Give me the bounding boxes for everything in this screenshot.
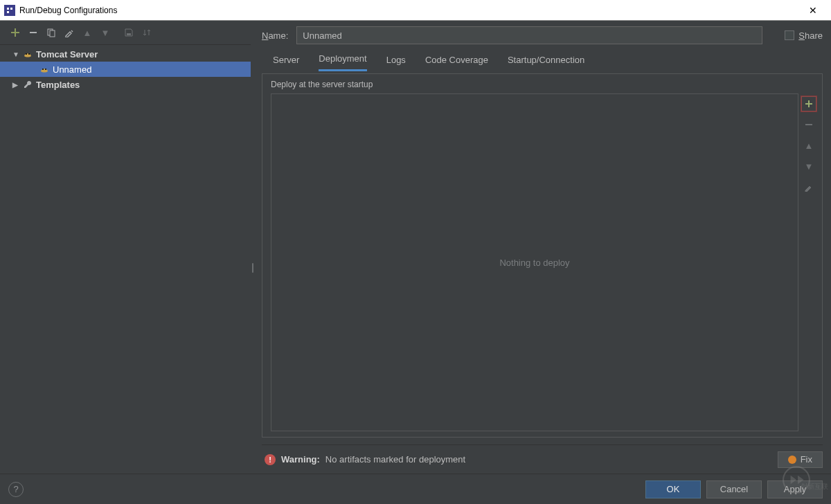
copy-config-button[interactable] — [43, 24, 60, 41]
tab-code-coverage[interactable]: Code Coverage — [425, 55, 488, 71]
warning-bar: ! Warning: No artifacts marked for deplo… — [262, 444, 823, 474]
remove-config-button[interactable] — [25, 24, 42, 41]
deploy-down-button[interactable]: ▼ — [801, 159, 816, 174]
deploy-edit-button[interactable] — [801, 179, 816, 195]
tab-deployment[interactable]: Deployment — [319, 53, 366, 71]
splitter[interactable] — [251, 21, 255, 474]
tab-server[interactable]: Server — [273, 55, 299, 71]
fix-button[interactable]: Fix — [778, 451, 823, 468]
cancel-button[interactable]: Cancel — [706, 480, 762, 498]
deploy-up-button[interactable]: ▲ — [801, 138, 816, 153]
warning-icon: ! — [265, 454, 276, 465]
share-checkbox[interactable] — [785, 30, 794, 40]
tree-item-label: Unnamed — [53, 64, 91, 75]
app-icon — [4, 5, 15, 16]
tomcat-icon — [39, 64, 50, 75]
deploy-remove-button[interactable] — [801, 117, 816, 132]
title-bar: Run/Debug Configurations ✕ — [0, 0, 831, 21]
move-up-button[interactable]: ▲ — [79, 24, 96, 41]
tree-group-templates[interactable]: ▶ Templates — [0, 77, 251, 92]
sort-button[interactable] — [138, 24, 155, 41]
bulb-icon — [788, 456, 796, 464]
help-button[interactable]: ? — [8, 482, 24, 497]
svg-point-7 — [45, 69, 46, 70]
save-config-button[interactable] — [120, 24, 137, 41]
tab-startup-connection[interactable]: Startup/Connection — [508, 55, 584, 71]
apply-button[interactable]: Apply — [767, 480, 823, 498]
close-button[interactable]: ✕ — [799, 5, 827, 16]
ok-button[interactable]: OK — [645, 480, 701, 498]
svg-rect-0 — [6, 6, 14, 15]
edit-defaults-button[interactable] — [61, 24, 78, 41]
deploy-heading: Deploy at the server startup — [271, 80, 818, 89]
dialog-button-bar: ? OK Cancel Apply — [0, 474, 831, 504]
warning-message: No artifacts marked for deployment — [325, 454, 465, 465]
tree-group-tomcat[interactable]: ▼ Tomcat Server — [0, 46, 251, 62]
fix-label: Fix — [801, 454, 812, 465]
tree-item-unnamed[interactable]: Unnamed — [0, 62, 251, 77]
deploy-placeholder: Nothing to deploy — [499, 258, 569, 268]
svg-rect-3 — [127, 33, 131, 35]
warning-label: Warning: — [281, 454, 320, 465]
svg-point-4 — [26, 53, 27, 55]
tree-group-label: Templates — [36, 80, 80, 90]
wrench-icon — [22, 79, 33, 90]
window-title: Run/Debug Configurations — [19, 6, 799, 15]
name-input[interactable] — [296, 26, 762, 44]
svg-point-5 — [28, 53, 30, 55]
deploy-add-button[interactable] — [801, 96, 816, 111]
deploy-toolbar: ▲ ▼ — [800, 93, 818, 431]
name-label: Name: — [262, 30, 288, 41]
tree-group-label: Tomcat Server — [36, 49, 98, 60]
svg-point-6 — [42, 69, 44, 70]
config-toolbar: ▲ ▼ — [0, 21, 251, 44]
tomcat-icon — [22, 48, 33, 60]
deployment-pane: Deploy at the server startup Nothing to … — [262, 73, 823, 438]
svg-rect-2 — [50, 30, 55, 37]
share-label: Share — [798, 30, 823, 41]
move-down-button[interactable]: ▼ — [97, 24, 114, 41]
deploy-list[interactable]: Nothing to deploy — [271, 93, 798, 431]
tab-bar: Server Deployment Logs Code Coverage Sta… — [262, 50, 823, 71]
config-tree: ▼ Tomcat Server Unnamed ▶ — [0, 44, 251, 474]
add-config-button[interactable] — [7, 24, 24, 41]
tab-logs[interactable]: Logs — [386, 55, 406, 71]
expand-icon: ▶ — [12, 81, 22, 89]
expand-icon: ▼ — [12, 51, 22, 58]
